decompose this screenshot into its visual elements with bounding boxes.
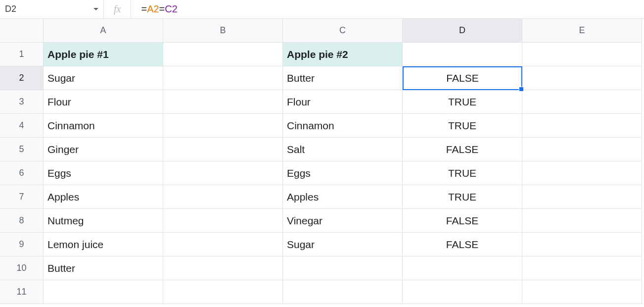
name-box[interactable]: D2 <box>0 0 104 18</box>
table-row: 8 Nutmeg Vinegar FALSE <box>0 209 644 233</box>
cell-E10[interactable] <box>522 256 642 280</box>
cell-B9[interactable] <box>163 233 283 256</box>
col-header-C[interactable]: C <box>283 19 403 43</box>
row-header[interactable]: 8 <box>0 209 44 233</box>
fx-icon[interactable]: fx <box>104 0 131 18</box>
row-header[interactable]: 9 <box>0 233 44 256</box>
cell-D9[interactable]: FALSE <box>403 233 522 256</box>
chevron-down-icon[interactable] <box>93 8 98 10</box>
row-header[interactable]: 11 <box>0 280 44 304</box>
col-header-D[interactable]: D <box>403 19 522 43</box>
cell-A5[interactable]: Ginger <box>44 138 163 161</box>
col-header-A[interactable]: A <box>44 19 163 43</box>
row-header[interactable]: 6 <box>0 161 44 185</box>
row-header[interactable]: 2 <box>0 66 44 90</box>
cell-D1[interactable] <box>403 43 522 66</box>
cell-D8[interactable]: FALSE <box>403 209 522 233</box>
cell-D11[interactable] <box>403 280 522 304</box>
cell-B6[interactable] <box>163 161 283 185</box>
row-header[interactable]: 3 <box>0 90 44 114</box>
cell-A10[interactable]: Butter <box>44 256 163 280</box>
cell-B1[interactable] <box>163 43 283 66</box>
select-all-corner[interactable] <box>0 19 44 43</box>
cell-C4[interactable]: Cinnamon <box>283 114 403 138</box>
cell-C7[interactable]: Apples <box>283 185 403 209</box>
name-box-value: D2 <box>5 4 93 14</box>
formula-op: = <box>159 3 165 15</box>
cell-A7[interactable]: Apples <box>44 185 163 209</box>
cell-B8[interactable] <box>163 209 283 233</box>
cell-B7[interactable] <box>163 185 283 209</box>
table-row: 7 Apples Apples TRUE <box>0 185 644 209</box>
table-row: 6 Eggs Eggs TRUE <box>0 161 644 185</box>
cell-B4[interactable] <box>163 114 283 138</box>
cell-A6[interactable]: Eggs <box>44 161 163 185</box>
row-header[interactable]: 7 <box>0 185 44 209</box>
cell-D3[interactable]: TRUE <box>403 90 522 114</box>
cell-A8[interactable]: Nutmeg <box>44 209 163 233</box>
cell-B11[interactable] <box>163 280 283 304</box>
cell-D10[interactable] <box>403 256 522 280</box>
row-header[interactable]: 10 <box>0 256 44 280</box>
cell-D5[interactable]: FALSE <box>403 138 522 161</box>
formula-prefix: = <box>141 3 147 15</box>
cell-E9[interactable] <box>522 233 642 256</box>
cell-E4[interactable] <box>522 114 642 138</box>
table-row: 2 Sugar Butter FALSE <box>0 66 644 90</box>
cell-D7[interactable]: TRUE <box>403 185 522 209</box>
formula-input[interactable]: =A2=C2 <box>131 3 177 15</box>
spreadsheet-grid: A B C D E 1 Apple pie #1 Apple pie #2 2 … <box>0 19 644 304</box>
cell-C1[interactable]: Apple pie #2 <box>283 43 403 66</box>
cell-D4[interactable]: TRUE <box>403 114 522 138</box>
cell-C8[interactable]: Vinegar <box>283 209 403 233</box>
cell-E8[interactable] <box>522 209 642 233</box>
table-row: 4 Cinnamon Cinnamon TRUE <box>0 114 644 138</box>
cell-C9[interactable]: Sugar <box>283 233 403 256</box>
cell-B5[interactable] <box>163 138 283 161</box>
cell-C5[interactable]: Salt <box>283 138 403 161</box>
row-header[interactable]: 1 <box>0 43 44 66</box>
table-row: 9 Lemon juice Sugar FALSE <box>0 233 644 256</box>
table-row: 1 Apple pie #1 Apple pie #2 <box>0 43 644 66</box>
cell-A4[interactable]: Cinnamon <box>44 114 163 138</box>
cell-A9[interactable]: Lemon juice <box>44 233 163 256</box>
cell-E1[interactable] <box>522 43 642 66</box>
table-row: 11 <box>0 280 644 304</box>
formula-ref1: A2 <box>147 3 159 15</box>
cell-E11[interactable] <box>522 280 642 304</box>
cell-A11[interactable] <box>44 280 163 304</box>
row-header[interactable]: 4 <box>0 114 44 138</box>
table-row: 3 Flour Flour TRUE <box>0 90 644 114</box>
cell-E7[interactable] <box>522 185 642 209</box>
column-header-row: A B C D E <box>0 19 644 43</box>
cell-E3[interactable] <box>522 90 642 114</box>
cell-A3[interactable]: Flour <box>44 90 163 114</box>
cell-C6[interactable]: Eggs <box>283 161 403 185</box>
formula-ref2: C2 <box>165 3 178 15</box>
cell-A1[interactable]: Apple pie #1 <box>44 43 163 66</box>
col-header-E[interactable]: E <box>522 19 642 43</box>
row-header[interactable]: 5 <box>0 138 44 161</box>
table-row: 5 Ginger Salt FALSE <box>0 138 644 161</box>
cell-E5[interactable] <box>522 138 642 161</box>
cell-C3[interactable]: Flour <box>283 90 403 114</box>
cell-C2[interactable]: Butter <box>283 66 403 90</box>
cell-E6[interactable] <box>522 161 642 185</box>
col-header-B[interactable]: B <box>163 19 283 43</box>
cell-E2[interactable] <box>522 66 642 90</box>
cell-C11[interactable] <box>283 280 403 304</box>
cell-B10[interactable] <box>163 256 283 280</box>
cell-A2[interactable]: Sugar <box>44 66 163 90</box>
cell-C10[interactable] <box>283 256 403 280</box>
cell-D2[interactable]: FALSE <box>403 66 522 90</box>
cell-D6[interactable]: TRUE <box>403 161 522 185</box>
cell-B2[interactable] <box>163 66 283 90</box>
cell-B3[interactable] <box>163 90 283 114</box>
table-row: 10 Butter <box>0 256 644 280</box>
formula-bar: D2 fx =A2=C2 <box>0 0 644 19</box>
